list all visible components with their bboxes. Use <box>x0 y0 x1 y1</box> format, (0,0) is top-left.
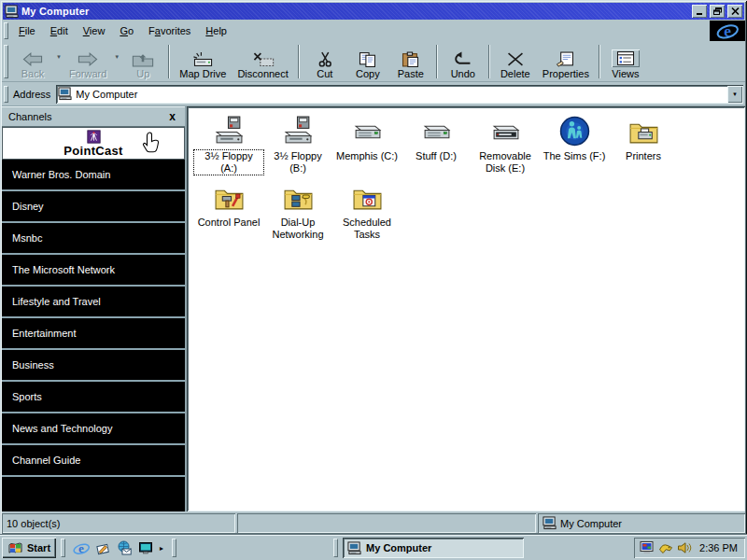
address-input[interactable]: My Computer ▼ <box>56 85 743 104</box>
cut-label: Cut <box>317 68 332 79</box>
paste-label: Paste <box>398 68 424 79</box>
menu-favorites[interactable]: Favorites <box>141 22 198 39</box>
channel-item-channel-guide[interactable]: Channel Guide <box>2 445 185 477</box>
my-computer-icon <box>58 87 72 101</box>
menu-go[interactable]: Go <box>112 22 141 39</box>
show-desktop-button[interactable] <box>93 539 112 557</box>
forward-button[interactable]: Forward <box>63 42 112 81</box>
printers-folder-icon <box>628 116 659 147</box>
ie-throbber <box>710 21 745 41</box>
drive-memphis-c[interactable]: Memphis (C:) <box>332 116 402 162</box>
undo-button[interactable]: Undo <box>442 42 485 81</box>
drive-floppy-a[interactable]: 3½ Floppy (A:) <box>194 116 263 175</box>
close-button[interactable] <box>727 5 742 18</box>
address-dropdown-button[interactable]: ▼ <box>727 86 742 103</box>
up-button[interactable]: Up <box>121 42 164 81</box>
my-computer-icon <box>347 541 361 555</box>
disconnect-button[interactable]: Disconnect <box>232 42 293 81</box>
channel-item-lifestyle[interactable]: Lifestyle and Travel <box>2 287 185 318</box>
icon-label: Printers <box>624 150 663 162</box>
drive-floppy-b[interactable]: 3½ Floppy (B:) <box>263 116 332 175</box>
channel-item-warner-bros[interactable]: Warner Bros. Domain <box>2 160 185 191</box>
delete-button[interactable]: Delete <box>494 42 537 81</box>
forward-dropdown[interactable]: ▼ <box>112 54 121 60</box>
drive-removable-e[interactable]: Removable Disk (E:) <box>471 116 540 175</box>
toolbar-separator <box>436 45 438 78</box>
channels-close-button[interactable]: x <box>166 110 178 123</box>
undo-icon <box>451 51 475 67</box>
drive-the-sims-f[interactable]: The Sims (F:) <box>540 116 609 162</box>
my-computer-icon <box>5 5 19 19</box>
display-settings-icon[interactable] <box>640 540 655 555</box>
toolbar: Back ▼ Forward ▼ Up Map Drive Disconnect <box>2 41 745 82</box>
views-label: Views <box>612 68 639 79</box>
minimize-button[interactable] <box>692 5 707 18</box>
title-bar[interactable]: My Computer <box>3 3 744 20</box>
launch-outlook-express-button[interactable] <box>115 539 134 557</box>
properties-icon <box>554 51 578 67</box>
icon-label: Control Panel <box>196 217 262 229</box>
hard-disk-icon <box>421 116 452 147</box>
tray-device-icon[interactable] <box>658 540 673 555</box>
clock[interactable]: 2:36 PM <box>696 542 738 553</box>
start-button[interactable]: Start <box>2 538 56 558</box>
task-area-grip[interactable] <box>333 539 338 557</box>
quick-launch-overflow-button[interactable]: ▸ <box>158 544 165 553</box>
address-value: My Computer <box>76 89 137 100</box>
quick-launch-grip[interactable] <box>61 539 65 557</box>
icon-label: 3½ Floppy (B:) <box>263 150 332 175</box>
floppy-drive-icon <box>283 116 314 147</box>
channel-item-sports[interactable]: Sports <box>2 382 185 413</box>
taskbar-grip[interactable] <box>172 539 176 557</box>
menu-edit[interactable]: Edit <box>43 22 76 39</box>
icon-label: Scheduled Tasks <box>332 217 402 241</box>
start-label: Start <box>27 542 50 553</box>
channel-item-disney[interactable]: Disney <box>2 191 185 223</box>
dial-up-networking-folder-icon <box>283 182 314 213</box>
view-channels-button[interactable] <box>136 539 155 557</box>
task-button-my-computer[interactable]: My Computer <box>343 538 524 558</box>
launch-ie-button[interactable] <box>72 539 91 557</box>
folder-control-panel[interactable]: Control Panel <box>194 182 263 229</box>
folder-printers[interactable]: Printers <box>609 116 678 162</box>
folder-dial-up-networking[interactable]: Dial-Up Networking <box>263 182 332 241</box>
mouse-cursor-hand <box>142 131 162 157</box>
restore-button[interactable] <box>710 5 725 18</box>
back-button[interactable]: Back <box>11 42 54 81</box>
addressbar-grip[interactable] <box>4 86 8 103</box>
system-tray: 2:36 PM <box>634 538 745 558</box>
volume-icon[interactable] <box>677 540 692 555</box>
properties-label: Properties <box>543 68 589 79</box>
icon-label: The Sims (F:) <box>542 150 608 162</box>
back-dropdown[interactable]: ▼ <box>54 54 63 60</box>
cd-rom-icon <box>559 116 590 147</box>
cut-button[interactable]: Cut <box>303 42 346 81</box>
map-drive-icon <box>190 51 215 67</box>
drive-stuff-d[interactable]: Stuff (D:) <box>402 116 471 162</box>
menu-view[interactable]: View <box>76 22 113 39</box>
channel-item-entertainment[interactable]: Entertainment <box>2 318 185 350</box>
restore-icon <box>713 7 722 15</box>
channel-item-msnbc[interactable]: Msnbc <box>2 223 185 255</box>
menu-help[interactable]: Help <box>198 22 234 39</box>
up-icon <box>131 51 155 67</box>
views-button[interactable]: Views <box>604 42 647 81</box>
file-list-area[interactable]: 3½ Floppy (A:) 3½ Floppy (B:) Memphis (C… <box>187 106 745 511</box>
channel-item-msn[interactable]: The Microsoft Network <box>2 255 185 287</box>
copy-button[interactable]: Copy <box>346 42 389 81</box>
paste-button[interactable]: Paste <box>389 42 432 81</box>
floppy-drive-icon <box>214 116 245 147</box>
properties-button[interactable]: Properties <box>537 42 595 81</box>
folder-scheduled-tasks[interactable]: Scheduled Tasks <box>332 182 402 241</box>
menu-file[interactable]: File <box>11 22 43 39</box>
forward-icon <box>76 51 100 67</box>
copy-label: Copy <box>356 68 380 79</box>
taskbar: Start ▸ My Computer 2:36 PM <box>0 535 747 560</box>
toolbar-grip[interactable] <box>4 45 8 78</box>
map-drive-button[interactable]: Map Drive <box>174 42 232 81</box>
channel-item-news-tech[interactable]: News and Technology <box>2 413 185 445</box>
toolbar-separator <box>298 45 300 78</box>
map-drive-label: Map Drive <box>179 68 226 79</box>
channel-item-business[interactable]: Business <box>2 350 185 382</box>
menubar-grip[interactable] <box>4 22 8 39</box>
